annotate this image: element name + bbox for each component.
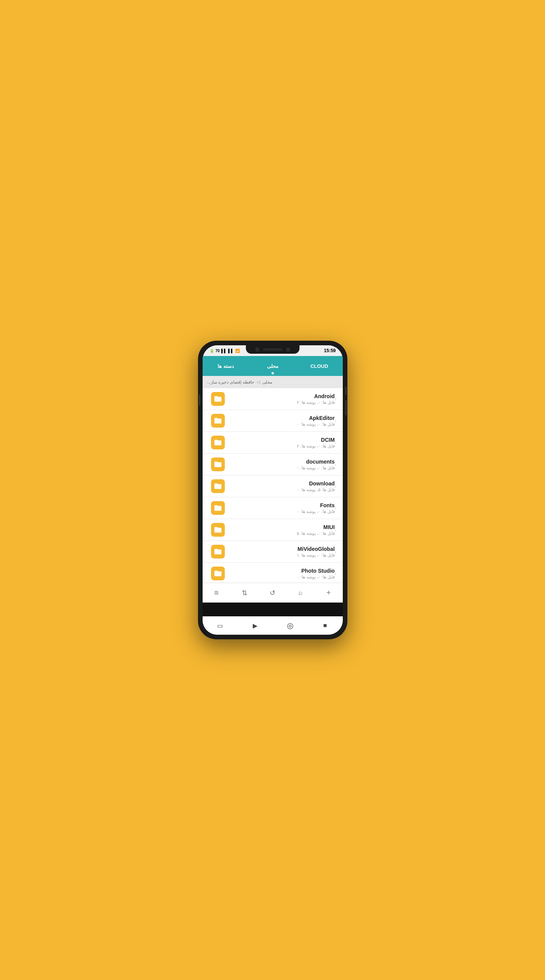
folder-info: Download فایل ها: ۵، پوشه ها: ۰: [225, 480, 335, 492]
folder-meta: فایل ها: ۰، پوشه ها: ۵: [225, 531, 335, 536]
tab-cloud[interactable]: CLOUD: [296, 356, 343, 376]
front-camera: [255, 348, 259, 351]
folder-name: MiVideoGlobal: [225, 546, 335, 552]
folder-info: Android فایل ها: ۰، پوشه ها: ۲: [225, 393, 335, 405]
chevron-icon: ‹: [335, 505, 337, 511]
notch: [246, 345, 300, 354]
chevron-icon: ‹: [335, 549, 337, 555]
folder-icon: [211, 392, 225, 406]
folder-info: ApkEditor فایل ها: ۰، پوشه ها: ۰: [225, 415, 335, 427]
folder-item-miui[interactable]: ‹ MIUI فایل ها: ۰، پوشه ها: ۵: [203, 519, 343, 541]
bottom-toolbar: ≡ ⇅ ↺ ⌕ +: [203, 583, 343, 603]
chevron-icon: ‹: [335, 439, 337, 446]
folder-name: DCIM: [225, 437, 335, 443]
folder-info: MiVideoGlobal فایل ها: ۰، پوشه ها: ۱: [225, 546, 335, 558]
time-display: 15:59: [324, 348, 336, 353]
folder-item-photostudio[interactable]: ‹ Photo Studio فایل ها: ۰، پوشه ها: ۰: [203, 563, 343, 583]
folder-meta: فایل ها: ۰، پوشه ها: ۰: [225, 422, 335, 427]
breadcrumb-path: حافظه (فضای ذخیره ساز...: [207, 380, 254, 385]
phone-screen: 🔋 70 ▌▌ ▌▌ 📶 15:59 دسته ها محلی CLOUD مح…: [203, 345, 343, 635]
folder-item-mivideoglobal[interactable]: ‹ MiVideoGlobal فایل ها: ۰، پوشه ها: ۱: [203, 541, 343, 563]
system-nav: ▭ ▶ ◎ ■: [203, 616, 343, 635]
folder-item-download[interactable]: ‹ Download فایل ها: ۵، پوشه ها: ۰: [203, 475, 343, 497]
recent-apps-button[interactable]: ▭: [213, 619, 227, 632]
folder-icon: [211, 414, 225, 428]
folder-info: Photo Studio فایل ها: ۰، پوشه ها: ۰: [225, 568, 335, 580]
tab-categories[interactable]: دسته ها: [203, 356, 249, 376]
tab-local[interactable]: محلی: [249, 356, 296, 376]
power-button: [345, 387, 347, 395]
sort-button[interactable]: ⇅: [237, 585, 252, 601]
folder-icon: [211, 457, 225, 471]
stop-button[interactable]: ■: [318, 619, 332, 632]
folder-name: ApkEditor: [225, 415, 335, 421]
folder-meta: فایل ها: ۰، پوشه ها: ۱: [225, 553, 335, 558]
folder-name: Fonts: [225, 502, 335, 508]
refresh-icon: ↺: [270, 589, 275, 597]
back-icon: ▶: [253, 622, 257, 629]
signal-icon-2: ▌▌: [228, 349, 234, 353]
menu-button[interactable]: ≡: [209, 585, 224, 601]
chevron-icon: ‹: [335, 570, 337, 577]
battery-icon: 🔋: [209, 349, 214, 353]
add-icon: +: [326, 588, 331, 597]
folder-info: MIUI فایل ها: ۰، پوشه ها: ۵: [225, 524, 335, 536]
folder-icon: [211, 479, 225, 493]
speaker: [263, 348, 282, 351]
file-list: ‹ Android فایل ها: ۰، پوشه ها: ۲ ‹ ApkEd…: [203, 388, 343, 583]
sort-icon: ⇅: [242, 589, 247, 597]
app-header: دسته ها محلی CLOUD: [203, 356, 343, 376]
signal-icon: ▌▌: [221, 349, 227, 353]
folder-icon: [211, 436, 225, 449]
breadcrumb-current: محلی: [262, 380, 272, 385]
wifi-icon: 📶: [235, 349, 240, 353]
folder-meta: فایل ها: ۰، پوشه ها: ۰: [225, 575, 335, 580]
volume-button: [199, 394, 200, 406]
folder-name: Photo Studio: [225, 568, 335, 574]
folder-meta: فایل ها: ۰، پوشه ها: ۰: [225, 509, 335, 514]
chevron-icon: ‹: [335, 483, 337, 489]
folder-name: Android: [225, 393, 335, 399]
breadcrumb: محلی ◁ حافظه (فضای ذخیره ساز...: [203, 376, 343, 388]
folder-meta: فایل ها: ۰، پوشه ها: ۰: [225, 466, 335, 470]
folder-icon: [211, 501, 225, 515]
chevron-icon: ‹: [335, 527, 337, 533]
search-button[interactable]: ⌕: [293, 585, 308, 601]
folder-name: documents: [225, 459, 335, 465]
folder-meta: فایل ها: ۰، پوشه ها: ۲: [225, 444, 335, 449]
status-left: 🔋 70 ▌▌ ▌▌ 📶: [209, 349, 240, 353]
chevron-icon: ‹: [335, 461, 337, 467]
search-icon: ⌕: [298, 589, 303, 597]
stop-icon: ■: [323, 622, 327, 629]
folder-info: DCIM فایل ها: ۰، پوشه ها: ۲: [225, 437, 335, 449]
folder-icon: [211, 545, 225, 559]
folder-item-documents[interactable]: ‹ documents فایل ها: ۰، پوشه ها: ۰: [203, 454, 343, 475]
home-icon: ◎: [287, 621, 293, 630]
sensor: [286, 348, 290, 351]
folder-meta: فایل ها: ۰، پوشه ها: ۲: [225, 400, 335, 405]
chevron-icon: ‹: [335, 418, 337, 424]
refresh-button[interactable]: ↺: [265, 585, 280, 601]
battery-level: 70: [216, 349, 220, 353]
breadcrumb-arrow: ◁: [257, 379, 260, 385]
menu-icon: ≡: [214, 588, 219, 597]
phone-device: 🔋 70 ▌▌ ▌▌ 📶 15:59 دسته ها محلی CLOUD مح…: [198, 341, 347, 639]
chevron-icon: ‹: [335, 396, 337, 402]
folder-icon: [211, 523, 225, 537]
folder-item-fonts[interactable]: ‹ Fonts فایل ها: ۰، پوشه ها: ۰: [203, 497, 343, 519]
folder-item-apkeditor[interactable]: ‹ ApkEditor فایل ها: ۰، پوشه ها: ۰: [203, 410, 343, 432]
back-button[interactable]: ▶: [248, 619, 262, 632]
add-button[interactable]: +: [321, 585, 336, 601]
folder-name: Download: [225, 480, 335, 487]
folder-meta: فایل ها: ۵، پوشه ها: ۰: [225, 487, 335, 492]
recent-icon: ▭: [217, 622, 223, 629]
folder-item-dcim[interactable]: ‹ DCIM فایل ها: ۰، پوشه ها: ۲: [203, 432, 343, 454]
volume-down-button: [345, 400, 347, 415]
folder-info: documents فایل ها: ۰، پوشه ها: ۰: [225, 459, 335, 470]
folder-name: MIUI: [225, 524, 335, 530]
android-nav-bar: [203, 603, 343, 616]
folder-icon: [211, 567, 225, 580]
folder-item-android[interactable]: ‹ Android فایل ها: ۰، پوشه ها: ۲: [203, 388, 343, 410]
home-button[interactable]: ◎: [283, 619, 297, 632]
folder-info: Fonts فایل ها: ۰، پوشه ها: ۰: [225, 502, 335, 514]
